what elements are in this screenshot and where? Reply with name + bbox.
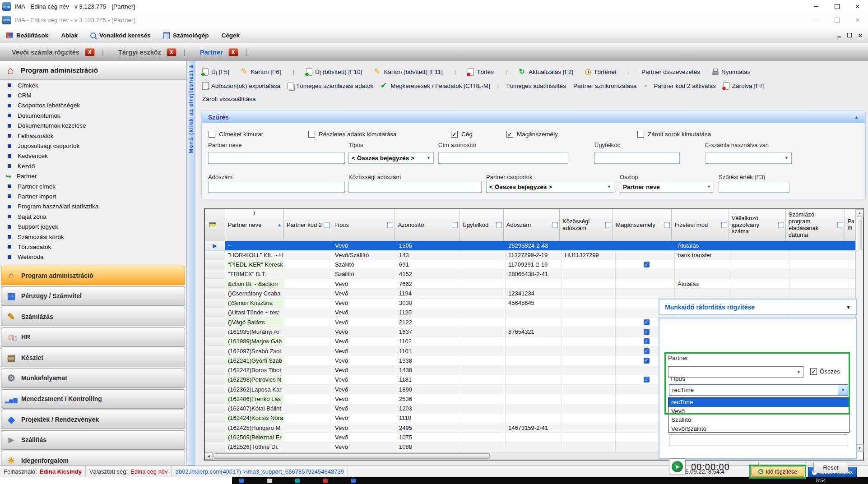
reset-button[interactable]: Reset — [813, 462, 848, 473]
row-selector-cell[interactable] — [205, 289, 225, 298]
maximize-button[interactable] — [826, 0, 847, 13]
checkbox-icon[interactable]: ✓ — [506, 131, 513, 138]
osszes-checkbox-group[interactable]: ✓ Összes — [810, 368, 840, 375]
column-header-k-z-ss-gi-ad-sz-m[interactable]: Közösségi adószám — [560, 209, 613, 241]
toolbar-button-z-rolt-vissza-ll-t-sa[interactable]: Zárolt visszaállítása — [202, 96, 256, 102]
module-sz-ll-t-s[interactable]: Szállítás — [1, 430, 185, 450]
filter-select-t-pus[interactable]: < Összes bejegyzés >▼ — [348, 152, 434, 164]
sidebar-item-dokumentumok[interactable]: Dokumentumok — [0, 111, 186, 120]
row-selector-cell[interactable] — [205, 356, 225, 365]
column-header--gyf-lk-d[interactable]: Ügyfélkód — [460, 209, 503, 241]
menu-item-sz-mol-g-p[interactable]: Számológép — [157, 28, 215, 43]
column-filter-icon[interactable] — [324, 222, 330, 228]
toolbar-button-karton-b-v-tett-f11-[interactable]: Karton (bővített) [F11] — [374, 68, 442, 75]
column-header-v-llalkoz-igazolv-ny-sz-ma[interactable]: Vállalkozó igazolvány száma — [729, 209, 786, 241]
filter-select-oszlop[interactable]: Partner neve▼ — [620, 181, 714, 193]
partner-combobox[interactable]: ▼ — [668, 366, 803, 378]
tipus-select[interactable]: recTime ▼ — [669, 384, 848, 396]
filter-input-ad-sz-m[interactable] — [208, 181, 345, 193]
row-selector-cell[interactable] — [205, 385, 225, 394]
filter-input-c-m-azonos-t-[interactable] — [438, 152, 568, 164]
grid-corner-cell[interactable] — [205, 209, 225, 241]
column-header-sz-ml-z-program-elad-s-nak-d-tuma[interactable]: Számlázó program eladásának dátuma — [786, 209, 845, 241]
table-row[interactable]: "PIEDL-KER" KereskSzállító69111709291-2-… — [205, 260, 855, 270]
toolbar-button-partner-szinkroniz-l-sa[interactable]: Partner szinkronizálása — [573, 83, 636, 89]
menu-item-vonalk-d-keres-s[interactable]: Vonalkód keresés — [84, 28, 157, 43]
filter-select-e-sz-mla-haszn-lva-van[interactable]: ▼ — [705, 152, 792, 164]
filter-checkbox-c-g[interactable]: ✓Cég — [451, 131, 473, 138]
module-menedzsment-kontrolling[interactable]: Menedzsment / Kontrolling — [1, 389, 185, 409]
horizontal-scroll-thumb[interactable] — [214, 453, 490, 459]
row-selector-cell[interactable] — [205, 404, 225, 414]
taskbar-app-icon[interactable] — [239, 479, 244, 483]
filter-input-k-z-ss-gi-ad-sz-m[interactable] — [348, 181, 482, 193]
mdi-minimize-button[interactable] — [806, 13, 826, 28]
row-selector-cell[interactable] — [205, 308, 225, 318]
toolbar-button-nyomtat-s[interactable]: Nyomtatás — [712, 69, 751, 75]
checkbox-icon[interactable] — [209, 131, 215, 138]
row-selector-cell[interactable]: ▶ — [205, 241, 225, 250]
tab-close-icon[interactable]: X — [167, 48, 176, 56]
column-header-partner-neve[interactable]: Partner neve1▲ — [225, 209, 284, 241]
sidebar-item-felhaszn-l-k[interactable]: Felhasználók — [0, 131, 186, 141]
menu-collapse-strip[interactable]: ◀ Menü (klikk az elrejtéshez) — [186, 61, 195, 466]
column-header-ad-sz-m[interactable]: Adószám — [504, 209, 560, 241]
comment-input[interactable] — [669, 434, 848, 446]
tab-t-rgyi-eszk-z[interactable]: Tárgyi eszközX — [107, 43, 181, 61]
toolbar-button-t-rl-s[interactable]: Törlés — [468, 68, 494, 76]
column-header-partner-k-d-2[interactable]: Partner kód 2 — [284, 209, 331, 241]
sidebar-item-t-rzsadatok[interactable]: Törzsadatok — [0, 242, 186, 252]
checkbox-icon[interactable] — [637, 131, 644, 138]
row-selector-cell[interactable] — [205, 327, 225, 336]
column-header-fizet-si-m-d[interactable]: Fizetési mód — [672, 209, 729, 241]
toolbar-button-ad-sz-m-ok-export-l-sa[interactable]: Adószám(ok) exportálása — [202, 82, 280, 90]
vertical-scroll-thumb[interactable] — [857, 218, 862, 250]
column-filter-icon[interactable] — [721, 222, 727, 228]
child-restore-icon[interactable] — [847, 32, 852, 39]
filter-checkbox-c-meket-kimutat[interactable]: Címeket kimutat — [209, 131, 263, 138]
module-sz-ml-z-s[interactable]: Számlázás — [1, 307, 185, 326]
table-row[interactable]: "TRIMEX" B.T.Szállító415228065438-2-41 — [205, 270, 855, 279]
row-selector-cell[interactable] — [205, 318, 225, 327]
table-row[interactable]: ▶~Vevő150528295824-2-43Átutalás — [205, 241, 855, 250]
tab-close-icon[interactable]: X — [228, 48, 238, 56]
tipus-option-rectime[interactable]: recTime — [668, 398, 849, 407]
row-selector-cell[interactable] — [205, 375, 225, 385]
row-selector-cell[interactable] — [205, 337, 225, 346]
sidebar-item-partner-import[interactable]: Partner import — [0, 191, 186, 201]
sidebar-item-crm[interactable]: CRM — [0, 90, 186, 100]
child-minimize-icon[interactable] — [837, 32, 841, 39]
mdi-close-button[interactable]: ✕ — [847, 13, 868, 28]
sidebar-item-dokumentumok-kezel-se[interactable]: Dokumentumok kezelése — [0, 121, 186, 131]
tab-vev-i-sz-mla-r-gz-t-s[interactable]: Vevői számla rögzítésX — [0, 43, 99, 61]
menu-item-ablak[interactable]: Ablak — [55, 28, 84, 43]
sidebar-item-kedvencek[interactable]: Kedvencek — [0, 151, 186, 161]
filter-input-partner-neve[interactable] — [208, 152, 345, 164]
menu-item-c-gek[interactable]: Cégek — [215, 28, 246, 43]
popup-header[interactable]: Munkaidő ráfordítás rögzítése ▼ — [659, 299, 857, 315]
toolbar-button--j-b-v-tett-f10-[interactable]: Új (bővített) [F10] — [306, 68, 362, 76]
column-header-mag-nszem-ly[interactable]: Magánszemély — [613, 209, 672, 241]
column-header-t-pus[interactable]: Típus — [331, 209, 395, 241]
row-selector-cell[interactable] — [205, 279, 225, 289]
sidebar-item-csoportos-lehet-s-gek[interactable]: Csoportos lehetőségek — [0, 101, 186, 111]
checkbox-icon[interactable] — [308, 131, 315, 138]
taskbar-app-icon[interactable] — [323, 479, 328, 483]
row-selector-cell[interactable] — [205, 260, 225, 270]
sidebar-item-partner[interactable]: Partner — [0, 171, 186, 181]
filter-input-sz-r-si-rt-k-f3-[interactable] — [719, 181, 789, 193]
column-header-azonos-t-[interactable]: Azonosító — [395, 209, 460, 241]
row-selector-cell[interactable] — [205, 250, 225, 260]
row-selector-cell[interactable] — [205, 414, 225, 423]
row-selector-cell[interactable] — [205, 365, 225, 375]
sidebar-item-c-mk-k[interactable]: Címkék — [0, 80, 186, 90]
column-filter-icon[interactable] — [496, 222, 502, 228]
tipus-option-vev-sz-ll-t-[interactable]: Vevő/Szállító — [668, 424, 849, 433]
module-projektek-rendezv-nyek[interactable]: Projektek / Rendezvények — [1, 410, 185, 429]
column-filter-icon[interactable] — [452, 222, 458, 228]
scroll-left-icon[interactable]: ◀ — [205, 452, 213, 460]
sidebar-item-kezd-[interactable]: Kezdő — [0, 161, 186, 171]
toolbar-button-z-rolva-f7-[interactable]: Zárolva [F7] — [723, 82, 765, 90]
row-selector-cell[interactable] — [205, 394, 225, 404]
filter-checkbox-r-szletes-adatok-kimutat-sa[interactable]: Részletes adatok kimutatása — [308, 131, 397, 138]
